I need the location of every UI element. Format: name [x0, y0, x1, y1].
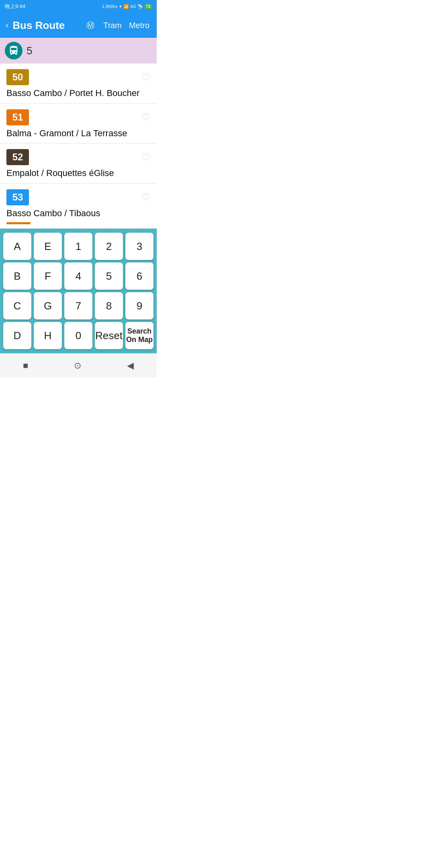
signal-icon: 📶	[123, 4, 129, 9]
status-time: 晚上9:44	[5, 3, 25, 10]
key-C[interactable]: C	[3, 292, 31, 319]
key-D[interactable]: D	[3, 322, 31, 349]
route-header-51: 51 ♡	[6, 109, 150, 125]
status-bar: 晚上9:44 1.8KB/s ✦ 📶 4G 📡 73	[0, 0, 157, 13]
back-button[interactable]: ‹	[6, 20, 8, 31]
key-A[interactable]: A	[3, 233, 31, 260]
wifi-icon: 📡	[137, 4, 143, 9]
metro-icon[interactable]: Ⓜ	[83, 20, 98, 31]
favorite-icon-51[interactable]: ♡	[141, 111, 150, 123]
bus-icon-circle	[5, 42, 23, 59]
route-badge-53: 53	[6, 189, 29, 205]
route-header-52: 52 ♡	[6, 149, 150, 165]
page-title: Bus Route	[12, 19, 79, 32]
key-1[interactable]: 1	[64, 233, 92, 260]
route-item-52[interactable]: 52 ♡ Empalot / Roquettes éGlise	[0, 143, 157, 184]
search-bar: 🔍	[0, 38, 157, 63]
metro-label[interactable]: Metro	[127, 21, 151, 30]
home-icon[interactable]: ⊙	[74, 360, 81, 371]
bottom-nav: ■ ⊙ ◀	[0, 353, 157, 377]
favorite-icon-52[interactable]: ♡	[141, 151, 150, 164]
key-F[interactable]: F	[34, 262, 62, 290]
battery-indicator: 73	[144, 4, 152, 9]
key-5[interactable]: 5	[95, 262, 123, 290]
search-on-map-button[interactable]: SearchOn Map	[125, 322, 154, 349]
key-8[interactable]: 8	[95, 292, 123, 319]
key-3[interactable]: 3	[125, 233, 154, 260]
tram-label[interactable]: Tram	[102, 21, 123, 30]
key-H[interactable]: H	[34, 322, 62, 349]
route-name-50: Basso Cambo / Portet H. Boucher	[6, 88, 150, 99]
keyboard-row-1: A E 1 2 3	[3, 233, 154, 260]
reset-button[interactable]: Reset	[95, 322, 123, 349]
status-icons: 1.8KB/s ✦ 📶 4G 📡 73	[102, 4, 152, 9]
network-type: 4G	[130, 4, 136, 9]
back-nav-icon[interactable]: ◀	[127, 360, 134, 371]
route-badge-50: 50	[6, 69, 29, 85]
key-6[interactable]: 6	[125, 262, 154, 290]
key-2[interactable]: 2	[95, 233, 123, 260]
favorite-icon-50[interactable]: ♡	[141, 71, 150, 84]
keyboard-area: A E 1 2 3 B F 4 5 6 C G 7 8 9 D H 0 Rese…	[0, 229, 157, 353]
stop-icon[interactable]: ■	[23, 360, 28, 371]
route-indicator-53	[6, 222, 31, 224]
key-0[interactable]: 0	[64, 322, 92, 349]
route-name-51: Balma - Gramont / La Terrasse	[6, 128, 150, 139]
route-name-52: Empalot / Roquettes éGlise	[6, 168, 150, 179]
bus-icon	[8, 45, 19, 56]
route-item-50[interactable]: 50 ♡ Basso Cambo / Portet H. Boucher	[0, 63, 157, 104]
top-bar: ‹ Bus Route Ⓜ Tram Metro	[0, 13, 157, 38]
favorite-icon-53[interactable]: ♡	[141, 191, 150, 203]
keyboard-row-4: D H 0 Reset SearchOn Map	[3, 322, 154, 349]
bluetooth-icon: ✦	[119, 4, 122, 9]
keyboard-row-2: B F 4 5 6	[3, 262, 154, 290]
route-header-50: 50 ♡	[6, 69, 150, 85]
route-item-53[interactable]: 53 ♡ Basso Cambo / Tibaous	[0, 184, 157, 229]
network-speed: 1.8KB/s	[102, 4, 118, 9]
keyboard-row-3: C G 7 8 9	[3, 292, 154, 319]
key-B[interactable]: B	[3, 262, 31, 290]
route-name-53: Basso Cambo / Tibaous	[6, 208, 150, 219]
search-input[interactable]	[27, 45, 157, 57]
route-list: 50 ♡ Basso Cambo / Portet H. Boucher 51 …	[0, 63, 157, 229]
key-G[interactable]: G	[34, 292, 62, 319]
route-badge-52: 52	[6, 149, 29, 165]
key-4[interactable]: 4	[64, 262, 92, 290]
key-E[interactable]: E	[34, 233, 62, 260]
route-item-51[interactable]: 51 ♡ Balma - Gramont / La Terrasse	[0, 104, 157, 144]
key-9[interactable]: 9	[125, 292, 154, 319]
route-header-53: 53 ♡	[6, 189, 150, 205]
key-7[interactable]: 7	[64, 292, 92, 319]
route-badge-51: 51	[6, 109, 29, 125]
